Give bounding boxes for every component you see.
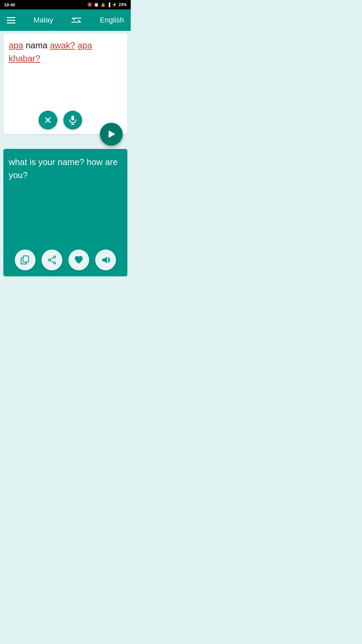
svg-point-10 — [54, 262, 56, 264]
svg-point-9 — [48, 259, 50, 261]
microphone-button[interactable] — [63, 111, 82, 129]
status-icons: 🔕 ⏰ 🔒 ▐ ⚡ 23% — [87, 2, 127, 7]
status-time: 19:40 — [4, 2, 15, 7]
copy-button[interactable] — [15, 250, 36, 270]
battery-label: 23% — [119, 2, 127, 7]
notification-icon: 🔕 — [87, 2, 92, 7]
translate-button[interactable] — [100, 123, 123, 146]
source-text[interactable]: apa nama awak? apa khabar? — [9, 39, 122, 65]
clear-button[interactable] — [39, 111, 57, 129]
svg-line-11 — [50, 258, 54, 260]
word-apa-1: apa — [9, 40, 23, 50]
charging-icon: ⚡ — [112, 2, 117, 7]
favorite-button[interactable] — [68, 250, 89, 270]
status-bar: 19:40 🔕 ⏰ 🔒 ▐ ⚡ 23% — [0, 0, 131, 9]
menu-button[interactable] — [7, 17, 15, 23]
svg-rect-7 — [23, 256, 28, 262]
share-button[interactable] — [42, 250, 62, 270]
target-language-selector[interactable]: English — [100, 16, 124, 24]
signal-icon: ▐ — [107, 2, 110, 7]
svg-rect-2 — [71, 116, 74, 120]
source-action-buttons — [39, 111, 82, 129]
alarm-icon: ⏰ — [94, 2, 99, 7]
word-awak: awak? — [50, 40, 75, 50]
svg-marker-5 — [109, 130, 115, 138]
swap-languages-button[interactable] — [71, 15, 82, 25]
speak-button[interactable] — [95, 250, 116, 270]
toolbar: Malay English — [0, 9, 131, 31]
svg-marker-13 — [102, 257, 107, 263]
source-language-selector[interactable]: Malay — [34, 16, 53, 24]
lock-icon: 🔒 — [101, 2, 106, 7]
word-khabar: khabar? — [9, 53, 40, 63]
source-panel: apa nama awak? apa khabar? — [3, 34, 127, 134]
word-apa-2: apa — [77, 40, 92, 50]
output-panel: what is your name? how are you? — [3, 149, 127, 276]
output-action-buttons — [15, 250, 116, 270]
word-nama: nama — [26, 40, 50, 50]
output-text: what is your name? how are you? — [9, 156, 122, 182]
svg-line-12 — [50, 261, 54, 263]
svg-point-8 — [54, 256, 56, 258]
